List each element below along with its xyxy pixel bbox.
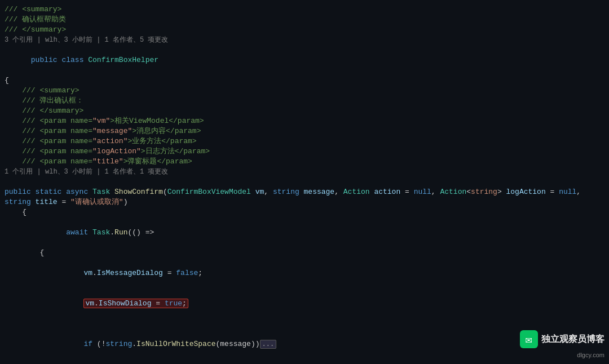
param-message: /// <param name="message">消息内容</param> bbox=[0, 126, 609, 136]
code-summary1: /// <summary> bbox=[0, 86, 609, 96]
watermark: ✉ 独立观察员博客 bbox=[520, 330, 604, 348]
code-summary2: /// 弹出确认框： bbox=[0, 96, 609, 106]
wechat-icon: ✉ bbox=[520, 330, 538, 348]
code-editor: /// <summary> /// 确认框帮助类 /// </summary> … bbox=[0, 0, 609, 364]
param-vm: /// <param name="vm">相关ViewModel</param> bbox=[0, 116, 609, 126]
blank-1 bbox=[0, 319, 609, 329]
watermark-url: dlgcy.com bbox=[577, 352, 604, 358]
watermark-text: 独立观察员博客 bbox=[541, 334, 604, 345]
blank-2 bbox=[0, 359, 609, 364]
param-logaction: /// <param name="logAction">日志方法</param> bbox=[0, 147, 609, 157]
line-isshowdialog: vm.IsShowDialog = true; bbox=[0, 288, 609, 319]
method-brace-open: { bbox=[0, 207, 609, 217]
brace-open: { bbox=[0, 76, 609, 86]
lambda-brace-open: { bbox=[0, 248, 609, 258]
code-line-2: /// 确认框帮助类 bbox=[0, 15, 609, 25]
ref-info-class: 3 个引用 | wlh、3 小时前 | 1 名作者、5 项更改 bbox=[0, 35, 609, 45]
code-line-3: /// </summary> bbox=[0, 25, 609, 35]
code-line-1: /// <summary> bbox=[0, 5, 609, 15]
line-if-message: if (!string.IsNullOrWhiteSpace(message))… bbox=[0, 329, 609, 359]
ref-info-method: 1 个引用 | wlh、3 小时前 | 1 名作者、1 项更改 bbox=[0, 167, 609, 177]
method-signature: public static async Task ShowConfirm(Con… bbox=[0, 177, 609, 207]
code-summary3: /// </summary> bbox=[0, 106, 609, 116]
await-task: await Task.Run(() => bbox=[0, 217, 609, 248]
line-ismessagedialog: vm.IsMessageDialog = false; bbox=[0, 258, 609, 288]
param-action: /// <param name="action">业务方法</param> bbox=[0, 136, 609, 147]
param-title: /// <param name="title">弹窗标题</param> bbox=[0, 157, 609, 167]
class-decl: public class ConfirmBoxHelper bbox=[0, 45, 609, 76]
